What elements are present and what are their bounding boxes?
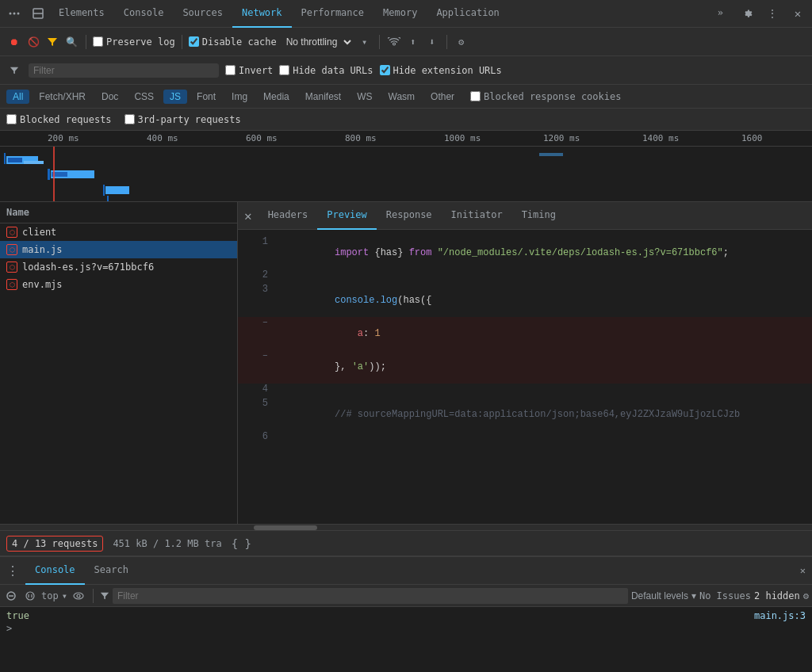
- console-pause-icon[interactable]: [22, 588, 38, 604]
- detail-tab-timing[interactable]: Timing: [512, 202, 565, 230]
- svg-rect-14: [107, 196, 109, 202]
- type-btn-manifest[interactable]: Manifest: [299, 90, 347, 104]
- tab-memory[interactable]: Memory: [373, 0, 427, 28]
- hide-data-urls-checkbox[interactable]: [279, 65, 289, 75]
- invert-label[interactable]: Invert: [225, 65, 273, 76]
- console-output: true main.js:3 >: [0, 607, 812, 651]
- console-settings-icon[interactable]: ⚙: [803, 590, 809, 601]
- preserve-log-checkbox[interactable]: [93, 36, 103, 47]
- console-filter-icon-wrap: [100, 591, 109, 601]
- format-button[interactable]: { }: [232, 537, 251, 550]
- third-party-checkbox[interactable]: [124, 114, 135, 124]
- devtools-menu-icon[interactable]: [3, 2, 25, 25]
- console-tab-search[interactable]: Search: [85, 557, 138, 585]
- preserve-log-label[interactable]: Preserve log: [93, 36, 175, 48]
- close-detail-button[interactable]: ✕: [244, 208, 252, 223]
- blocked-response-label: Blocked response cookies: [470, 91, 621, 102]
- console-prompt-line[interactable]: >: [6, 623, 806, 634]
- third-party-label[interactable]: 3rd-party requests: [124, 114, 241, 125]
- export-icon[interactable]: ⬇: [424, 34, 440, 50]
- search-icon[interactable]: 🔍: [63, 34, 79, 50]
- close-console-button[interactable]: ✕: [800, 565, 806, 576]
- console-level-button[interactable]: Default levels ▾: [631, 590, 696, 601]
- type-filter-bar: All Fetch/XHR Doc CSS JS Font Img Media …: [0, 85, 812, 109]
- request-item-client[interactable]: ⬡ client: [0, 223, 237, 241]
- type-btn-ws[interactable]: WS: [350, 90, 378, 104]
- requests-column-header: Name: [0, 202, 237, 223]
- type-btn-media[interactable]: Media: [257, 90, 296, 104]
- tab-elements[interactable]: Elements: [49, 0, 114, 28]
- request-item-envmjs[interactable]: ⬡ env.mjs: [0, 276, 237, 293]
- code-line-dash1: – a: 1: [238, 317, 812, 350]
- svg-point-22: [74, 593, 83, 599]
- console-clear-icon[interactable]: [3, 588, 19, 604]
- type-btn-font[interactable]: Font: [190, 90, 222, 104]
- console-separator: [93, 589, 94, 603]
- filter-input-wrap: [29, 63, 219, 78]
- devtools-dock-icon[interactable]: [27, 2, 49, 25]
- console-context-selector[interactable]: top ▾: [41, 590, 67, 601]
- blocked-requests-checkbox[interactable]: [6, 114, 17, 124]
- req-name-envmjs: env.mjs: [22, 279, 63, 290]
- wifi-icon[interactable]: [386, 34, 402, 50]
- tab-sources[interactable]: Sources: [173, 0, 232, 28]
- scrollbar-thumb[interactable]: [254, 525, 317, 530]
- import-icon[interactable]: ⬆: [405, 34, 421, 50]
- request-item-lodash[interactable]: ⬡ lodash-es.js?v=671bbcf6: [0, 258, 237, 276]
- tab-network[interactable]: Network: [232, 0, 292, 28]
- tab-console[interactable]: Console: [114, 0, 174, 28]
- more-options-icon[interactable]: ⋮: [761, 2, 783, 25]
- hide-data-urls-label[interactable]: Hide data URLs: [279, 65, 373, 76]
- type-btn-other[interactable]: Other: [424, 90, 461, 104]
- detail-tab-headers[interactable]: Headers: [259, 202, 318, 230]
- console-link-mainjs[interactable]: main.js:3: [754, 610, 806, 621]
- detail-tab-preview[interactable]: Preview: [317, 202, 377, 230]
- separator-4: [446, 35, 447, 49]
- type-btn-img[interactable]: Img: [225, 90, 254, 104]
- waterfall-chart: [0, 147, 812, 202]
- type-btn-wasm[interactable]: Wasm: [382, 90, 422, 104]
- detail-tab-response[interactable]: Response: [377, 202, 442, 230]
- console-eye-icon[interactable]: [71, 588, 86, 604]
- console-filter-input[interactable]: [113, 588, 628, 604]
- filter-input[interactable]: [33, 65, 192, 76]
- horizontal-scrollbar[interactable]: [0, 524, 812, 530]
- code-view: 1 import {has} from "/node_modules/.vite…: [238, 230, 812, 524]
- disable-cache-checkbox[interactable]: [189, 36, 199, 47]
- detail-tab-initiator[interactable]: Initiator: [442, 202, 512, 230]
- type-btn-css[interactable]: CSS: [128, 90, 160, 104]
- requests-panel: Name ⬡ client ⬡ main.js ⬡ lodash-es.js?v…: [0, 202, 238, 524]
- type-btn-all[interactable]: All: [6, 90, 29, 104]
- close-devtools-icon[interactable]: ✕: [787, 2, 809, 25]
- console-menu-icon[interactable]: ⋮: [6, 563, 19, 578]
- blocked-response-checkbox[interactable]: [470, 91, 481, 101]
- tab-performance[interactable]: Performance: [292, 0, 373, 28]
- svg-rect-5: [4, 153, 6, 164]
- filter-icon[interactable]: [44, 34, 60, 50]
- tab-more[interactable]: »: [708, 0, 733, 28]
- main-tab-bar: Elements Console Sources Network Perform…: [0, 0, 812, 28]
- console-tab-console[interactable]: Console: [25, 557, 85, 585]
- type-btn-fetchxhr[interactable]: Fetch/XHR: [33, 90, 92, 104]
- timeline-label-400: 400 ms: [147, 133, 178, 143]
- tab-application[interactable]: Application: [427, 0, 508, 28]
- svg-point-23: [77, 594, 80, 598]
- hide-extension-urls-checkbox[interactable]: [380, 65, 390, 75]
- separator-1: [86, 35, 86, 49]
- invert-checkbox[interactable]: [225, 65, 236, 75]
- settings-small-icon[interactable]: ⚙: [454, 34, 469, 50]
- type-btn-js[interactable]: JS: [163, 90, 187, 104]
- console-panel: ⋮ Console Search ✕ top ▾: [0, 556, 812, 651]
- disable-cache-label[interactable]: Disable cache: [189, 36, 277, 48]
- clear-icon[interactable]: 🚫: [25, 34, 41, 50]
- settings-icon[interactable]: [736, 2, 758, 25]
- type-btn-doc[interactable]: Doc: [95, 90, 124, 104]
- code-line-1: 1 import {has} from "/node_modules/.vite…: [238, 236, 812, 269]
- blocked-requests-label[interactable]: Blocked requests: [6, 114, 112, 125]
- throttle-select[interactable]: No throttling: [280, 34, 354, 50]
- hide-extension-urls-label[interactable]: Hide extension URLs: [380, 65, 502, 76]
- request-item-mainjs[interactable]: ⬡ main.js: [0, 241, 237, 258]
- req-icon-client: ⬡: [6, 227, 17, 238]
- throttle-dropdown-icon[interactable]: ▾: [357, 34, 373, 50]
- record-stop-icon[interactable]: ⏺: [6, 34, 22, 50]
